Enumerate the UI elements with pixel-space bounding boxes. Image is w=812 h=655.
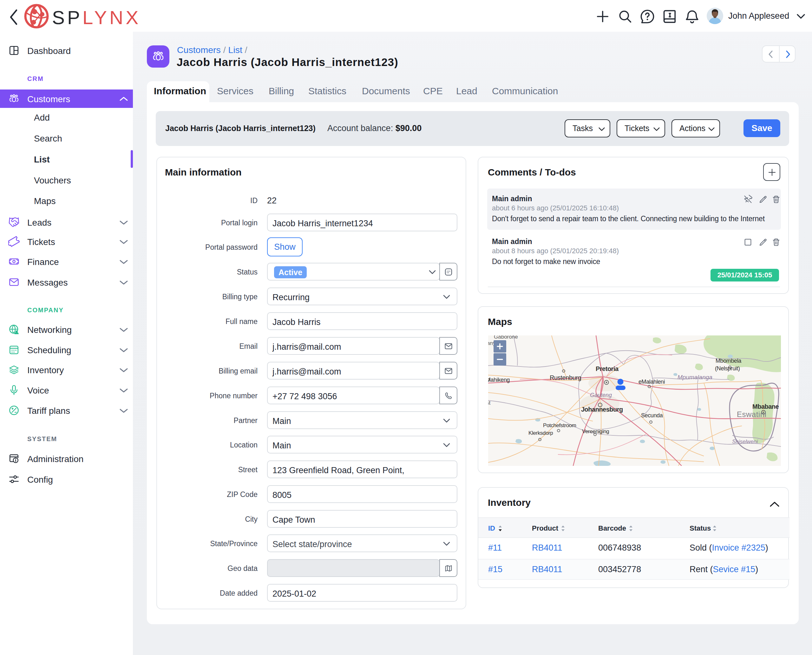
svg-text:Mbabane: Mbabane: [752, 403, 779, 410]
svg-text:Klerksdorp: Klerksdorp: [528, 430, 553, 436]
svg-text:Mpumalanga: Mpumalanga: [677, 374, 712, 380]
svg-text:(Nelspruit): (Nelspruit): [715, 365, 740, 372]
svg-text:Gauteng: Gauteng: [590, 392, 612, 398]
svg-text:Pretoria: Pretoria: [596, 365, 619, 372]
svg-text:Rustenburg: Rustenburg: [550, 374, 581, 381]
svg-text:Secunda: Secunda: [641, 412, 663, 418]
svg-text:Mahikeng: Mahikeng: [488, 377, 510, 383]
svg-text:Johannesburg: Johannesburg: [581, 406, 623, 413]
svg-text:Vereeniging: Vereeniging: [582, 428, 609, 434]
svg-text:Gaborone: Gaborone: [494, 335, 518, 340]
svg-text:eMalahleni: eMalahleni: [639, 378, 665, 385]
svg-text:Potchefstroom: Potchefstroom: [543, 422, 576, 428]
svg-text:st: st: [488, 400, 491, 406]
svg-text:Eswatini: Eswatini: [737, 410, 766, 418]
svg-text:Shiselweni: Shiselweni: [732, 438, 758, 444]
svg-text:Mbombela: Mbombela: [715, 358, 741, 364]
